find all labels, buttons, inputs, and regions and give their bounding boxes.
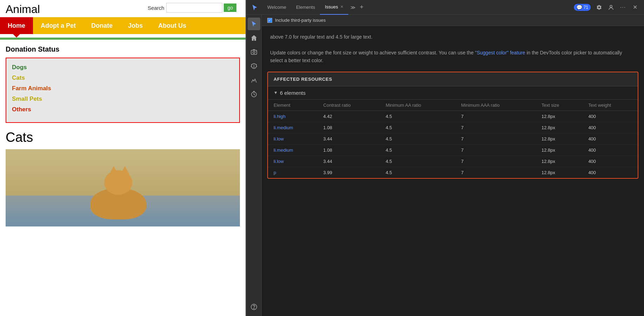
cell-element: li.high bbox=[268, 111, 318, 122]
tab-elements[interactable]: Elements bbox=[291, 0, 320, 15]
cell-contrast: 3.44 bbox=[318, 156, 380, 167]
search-row: Search go bbox=[148, 3, 240, 13]
main-content: Donation Status Dogs Cats Farm Animals S… bbox=[0, 40, 246, 232]
search-button[interactable]: go bbox=[224, 4, 236, 12]
sidebar-performance-icon[interactable] bbox=[248, 74, 260, 86]
cell-min-aaa: 7 bbox=[456, 122, 536, 133]
site-header: Animal Search go bbox=[0, 0, 246, 17]
cell-min-aaa: 7 bbox=[456, 144, 536, 156]
sidebar-home-icon[interactable] bbox=[248, 32, 260, 44]
settings-icon[interactable] bbox=[593, 2, 605, 13]
search-input[interactable] bbox=[166, 3, 222, 13]
cell-min-aaa: 7 bbox=[456, 156, 536, 167]
table-row: li.low 3.44 4.5 7 12.8px 400 bbox=[268, 133, 638, 144]
issues-count: 71 bbox=[584, 5, 588, 10]
cell-min-aa: 4.5 bbox=[380, 122, 455, 133]
sidebar-camera-icon[interactable] bbox=[248, 46, 260, 58]
cell-text-weight: 400 bbox=[583, 122, 638, 133]
nav-item-home[interactable]: Home bbox=[0, 17, 33, 34]
cell-min-aa: 4.5 bbox=[380, 144, 455, 156]
table-row: li.medium 1.08 4.5 7 12.8px 400 bbox=[268, 144, 638, 156]
affected-table: Element Contrast ratio Minimum AA ratio … bbox=[268, 100, 638, 178]
donation-item-small-pets[interactable]: Small Pets bbox=[12, 96, 234, 103]
cell-element: li.medium bbox=[268, 122, 318, 133]
cell-text-size: 12.8px bbox=[536, 167, 583, 178]
sidebar-debug-icon[interactable] bbox=[248, 60, 260, 72]
issue-intro-text: above 7.0 for regular text and 4.5 for l… bbox=[262, 26, 644, 67]
cell-min-aaa: 7 bbox=[456, 133, 536, 144]
issues-badge[interactable]: 💬 71 bbox=[574, 4, 591, 11]
tab-issues-close[interactable]: ✕ bbox=[340, 5, 343, 9]
donation-item-dogs[interactable]: Dogs bbox=[12, 64, 234, 71]
cell-text-size: 12.8px bbox=[536, 156, 583, 167]
more-options-icon[interactable]: ··· bbox=[617, 2, 629, 13]
sidebar-help-icon[interactable] bbox=[248, 301, 260, 313]
tab-welcome[interactable]: Welcome bbox=[262, 0, 291, 15]
nav-item-jobs[interactable]: Jobs bbox=[120, 17, 150, 34]
cell-min-aaa: 7 bbox=[456, 111, 536, 122]
cursor-icon[interactable] bbox=[249, 2, 260, 13]
profile-icon[interactable] bbox=[605, 2, 617, 13]
website-preview: Animal Search go Home Adopt a Pet Donate… bbox=[0, 0, 246, 316]
svg-point-6 bbox=[254, 67, 254, 67]
tab-more-icon[interactable]: ≫ bbox=[348, 5, 358, 10]
close-devtools-icon[interactable]: ✕ bbox=[629, 2, 640, 13]
col-text-weight: Text weight bbox=[583, 100, 638, 111]
cell-min-aa: 4.5 bbox=[380, 133, 455, 144]
cat-image bbox=[6, 149, 240, 226]
svg-point-0 bbox=[610, 5, 612, 7]
table-row: li.high 4.42 4.5 7 12.8px 400 bbox=[268, 111, 638, 122]
cell-text-weight: 400 bbox=[583, 156, 638, 167]
cell-text-size: 12.8px bbox=[536, 111, 583, 122]
col-min-aa: Minimum AA ratio bbox=[380, 100, 455, 111]
cell-text-size: 12.8px bbox=[536, 122, 583, 133]
cell-text-size: 12.8px bbox=[536, 133, 583, 144]
cell-min-aaa: 7 bbox=[456, 167, 536, 178]
third-party-label: Include third-party issues bbox=[275, 18, 326, 23]
cell-element: li.medium bbox=[268, 144, 318, 156]
third-party-checkbox[interactable]: ✓ bbox=[267, 18, 272, 23]
devtools-sidebar bbox=[246, 15, 262, 316]
intro-text-1: above 7.0 for regular text and 4.5 for l… bbox=[270, 34, 373, 40]
donation-item-farm[interactable]: Farm Animals bbox=[12, 85, 234, 92]
donation-status-title: Donation Status bbox=[6, 45, 240, 53]
elements-count: 6 elements bbox=[280, 90, 306, 96]
devtools-tabs: Welcome Elements Issues ✕ ≫ + bbox=[262, 0, 574, 15]
elements-toggle[interactable]: ▼ 6 elements bbox=[268, 86, 638, 100]
cell-element: li.low bbox=[268, 156, 318, 167]
donation-item-cats[interactable]: Cats bbox=[12, 74, 234, 81]
svg-rect-1 bbox=[251, 50, 257, 54]
table-row: li.low 3.44 4.5 7 12.8px 400 bbox=[268, 156, 638, 167]
cell-text-size: 12.8px bbox=[536, 144, 583, 156]
tab-issues[interactable]: Issues ✕ bbox=[320, 0, 348, 15]
nav-item-about[interactable]: About Us bbox=[150, 17, 194, 34]
cell-min-aa: 4.5 bbox=[380, 156, 455, 167]
site-title: Animal bbox=[6, 3, 40, 16]
sidebar-timer-icon[interactable] bbox=[248, 88, 260, 100]
cell-min-aa: 4.5 bbox=[380, 111, 455, 122]
svg-line-7 bbox=[251, 64, 252, 65]
devtools-right-icons: 💬 71 ··· ✕ bbox=[574, 2, 641, 13]
cats-heading: Cats bbox=[6, 130, 240, 145]
nav-item-adopt[interactable]: Adopt a Pet bbox=[33, 17, 83, 34]
col-text-size: Text size bbox=[536, 100, 583, 111]
cell-contrast: 3.44 bbox=[318, 133, 380, 144]
affected-resources-box: AFFECTED RESOURCES ▼ 6 elements Element … bbox=[267, 72, 638, 179]
issues-badge-icon: 💬 bbox=[576, 5, 582, 10]
third-party-bar: ✓ Include third-party issues bbox=[262, 15, 644, 26]
donation-item-others[interactable]: Others bbox=[12, 106, 234, 113]
table-row: li.medium 1.08 4.5 7 12.8px 400 bbox=[268, 122, 638, 133]
cell-min-aa: 4.5 bbox=[380, 167, 455, 178]
intro-text-2: Update colors or change the font size or… bbox=[270, 50, 475, 55]
cell-element: p bbox=[268, 167, 318, 178]
sidebar-cursor-icon[interactable] bbox=[248, 18, 260, 30]
nav-item-donate[interactable]: Donate bbox=[83, 17, 120, 34]
svg-line-13 bbox=[254, 94, 255, 95]
nav-bar: Home Adopt a Pet Donate Jobs About Us bbox=[0, 17, 246, 34]
toggle-arrow-icon: ▼ bbox=[274, 90, 278, 95]
cell-contrast: 4.42 bbox=[318, 111, 380, 122]
svg-line-8 bbox=[256, 64, 257, 65]
col-min-aaa: Minimum AAA ratio bbox=[456, 100, 536, 111]
tab-add-icon[interactable]: + bbox=[358, 4, 366, 11]
suggest-color-link[interactable]: "Suggest color" feature bbox=[475, 50, 525, 55]
